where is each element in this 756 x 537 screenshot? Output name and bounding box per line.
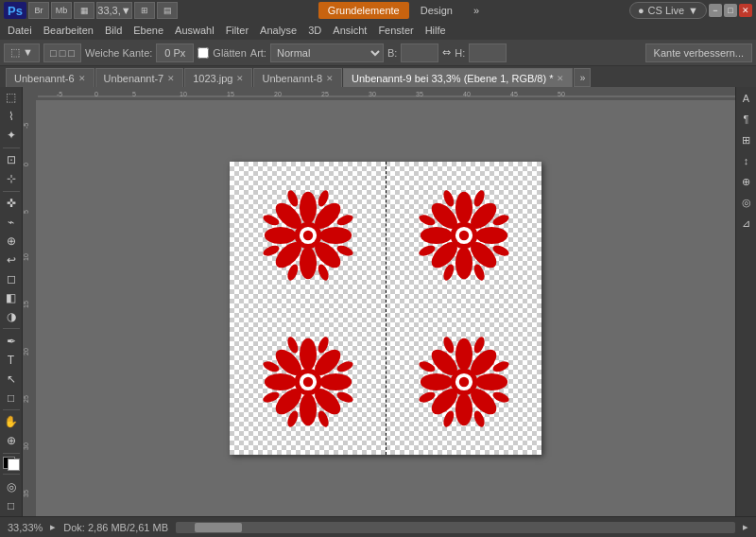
svg-text:0: 0 <box>94 91 98 97</box>
menu-analyse[interactable]: Analyse <box>256 25 301 36</box>
background-color[interactable] <box>8 459 20 471</box>
tab-close-unbenannt7[interactable]: ✕ <box>167 74 175 83</box>
tabs-overflow-btn[interactable]: » <box>574 68 591 87</box>
cs-live-btn[interactable]: ● CS Live ▼ <box>629 2 707 19</box>
right-panel-mask-btn[interactable]: ◎ <box>737 193 756 212</box>
workspace-grundelemente-btn[interactable]: Grundelemente <box>318 2 409 19</box>
right-panel-para-btn[interactable]: ¶ <box>737 110 756 129</box>
minimize-btn[interactable]: − <box>709 4 722 17</box>
tab-1023[interactable]: 1023.jpg ✕ <box>184 68 252 87</box>
right-panel-adjust-btn[interactable]: ↕ <box>737 151 756 170</box>
right-panel: A ¶ ⊞ ↕ ⊕ ◎ ⊿ <box>735 87 756 516</box>
status-bar: 33,33% ▸ Dok: 2,86 MB/2,61 MB ▸ <box>0 516 756 537</box>
brush-tool-btn[interactable]: ⌁ <box>1 214 22 232</box>
svg-point-84 <box>475 372 507 390</box>
toolbar-separator-5 <box>3 453 20 454</box>
mask-mode-btn[interactable]: ◎ <box>1 477 22 495</box>
right-panel-style-btn[interactable]: ⊕ <box>737 172 756 191</box>
crop-tool-btn[interactable]: ⊡ <box>1 151 22 169</box>
horizontal-scrollbar[interactable] <box>176 522 735 533</box>
svg-text:15: 15 <box>23 301 29 308</box>
close-btn[interactable]: ✕ <box>739 4 752 17</box>
extras-icon-btn[interactable]: ▤ <box>157 2 178 19</box>
menu-filter[interactable]: Filter <box>222 25 252 36</box>
tab-close-unbenannt8[interactable]: ✕ <box>326 74 334 83</box>
zoom-tool-btn[interactable]: ⊕ <box>1 432 22 450</box>
menu-bearbeiten[interactable]: Bearbeiten <box>40 25 97 36</box>
scroll-right-btn[interactable]: ▸ <box>743 521 748 533</box>
magic-wand-btn[interactable]: ✦ <box>1 127 22 145</box>
shape-tool-btn[interactable]: □ <box>1 389 22 407</box>
glatten-checkbox[interactable] <box>198 47 209 59</box>
svg-text:25: 25 <box>321 91 329 97</box>
scroll-thumb-h[interactable] <box>195 523 242 532</box>
menu-hilfe[interactable]: Hilfe <box>421 25 450 36</box>
tool-extra-btn[interactable]: □ □ □ <box>43 43 81 62</box>
h-input[interactable] <box>469 43 507 62</box>
view-icon-btn[interactable]: ⊞ <box>134 2 155 19</box>
marquee-tool-btn[interactable]: ⬚ <box>1 89 22 107</box>
weiche-kante-input[interactable] <box>156 43 194 62</box>
tab-unbenannt6[interactable]: Unbenannt-6 ✕ <box>6 68 94 87</box>
svg-text:5: 5 <box>23 210 29 214</box>
doc-info: Dok: 2,86 MB/2,61 MB <box>63 522 168 533</box>
path-select-btn[interactable]: ↖ <box>1 370 22 388</box>
tabs-bar: Unbenannt-6 ✕ Unbenannt-7 ✕ 1023.jpg ✕ U… <box>0 66 756 87</box>
svg-point-61 <box>458 230 468 239</box>
tab-label: Unbenannt-9 bei 33,3% (Ebene 1, RGB/8) * <box>352 73 553 84</box>
menu-ansicht[interactable]: Ansicht <box>329 25 370 36</box>
color-swatch[interactable] <box>3 457 20 472</box>
history-brush-btn[interactable]: ↩ <box>1 251 22 268</box>
eyedropper-btn[interactable]: ⊹ <box>1 170 22 188</box>
stamp-tool-btn[interactable]: ⊕ <box>1 233 22 251</box>
bridge-icon-btn[interactable]: Br <box>28 2 49 19</box>
spot-heal-btn[interactable]: ✜ <box>1 195 22 213</box>
dodge-tool-btn[interactable]: ◑ <box>1 307 22 325</box>
svg-text:15: 15 <box>227 91 234 97</box>
svg-text:0: 0 <box>23 163 29 166</box>
lasso-tool-btn[interactable]: ⌇ <box>1 108 22 126</box>
svg-text:10: 10 <box>180 91 187 97</box>
menu-ebene[interactable]: Ebene <box>129 25 167 36</box>
menu-fenster[interactable]: Fenster <box>374 25 417 36</box>
b-input[interactable] <box>401 43 438 62</box>
right-panel-history-btn[interactable]: ⊿ <box>737 214 756 233</box>
document-canvas[interactable] <box>230 162 541 455</box>
gradient-tool-btn[interactable]: ◧ <box>1 288 22 306</box>
svg-text:-5: -5 <box>57 91 62 97</box>
tab-close-1023[interactable]: ✕ <box>236 74 244 83</box>
maximize-btn[interactable]: □ <box>724 4 737 17</box>
cs-live-icon: ● <box>638 5 644 16</box>
selection-tool-btn[interactable]: ⬚ ▼ <box>4 43 40 62</box>
zoom-stepper[interactable]: ▸ <box>50 521 56 533</box>
tab-close-unbenannt6[interactable]: ✕ <box>78 74 86 83</box>
art-dropdown[interactable]: Normal Feste Größe Feste Proportionen <box>270 43 384 62</box>
svg-rect-0 <box>38 87 735 100</box>
eraser-tool-btn[interactable]: ◻ <box>1 269 22 287</box>
kante-verbessern-btn[interactable]: Kante verbessern... <box>645 43 752 62</box>
tab-unbenannt9[interactable]: Unbenannt-9 bei 33,3% (Ebene 1, RGB/8) *… <box>343 68 573 87</box>
hand-tool-btn[interactable]: ✋ <box>1 413 22 431</box>
menu-auswahl[interactable]: Auswahl <box>171 25 218 36</box>
workspace-design-btn[interactable]: Design <box>411 2 462 19</box>
tab-unbenannt8[interactable]: Unbenannt-8 ✕ <box>253 68 342 87</box>
right-panel-a-btn[interactable]: A <box>737 89 756 108</box>
svg-point-65 <box>319 372 352 390</box>
menu-datei[interactable]: Datei <box>4 25 36 36</box>
left-toolbar: ⬚ ⌇ ✦ ⊡ ⊹ ✜ ⌁ ⊕ ↩ ◻ ◧ ◑ ✒ T ↖ □ ✋ ⊕ ◎ □ <box>0 87 23 516</box>
swap-icon[interactable]: ⇔ <box>442 46 451 59</box>
minibride-icon-btn[interactable]: Mb <box>51 2 72 19</box>
menu-bild[interactable]: Bild <box>101 25 126 36</box>
tab-close-unbenannt9[interactable]: ✕ <box>557 74 564 83</box>
tab-label: Unbenannt-7 <box>104 73 164 84</box>
screen-mode-btn[interactable]: □ <box>1 496 22 514</box>
window-controls: − □ ✕ <box>709 4 752 17</box>
menu-3d[interactable]: 3D <box>304 25 325 36</box>
svg-text:45: 45 <box>510 91 518 97</box>
text-tool-btn[interactable]: T <box>1 351 22 369</box>
pen-tool-btn[interactable]: ✒ <box>1 332 22 350</box>
workspace-more-btn[interactable]: » <box>464 2 489 19</box>
tab-unbenannt7[interactable]: Unbenannt-7 ✕ <box>95 68 184 87</box>
layout-icon-btn[interactable]: ▦ <box>74 2 94 19</box>
right-panel-layers-btn[interactable]: ⊞ <box>737 130 756 149</box>
